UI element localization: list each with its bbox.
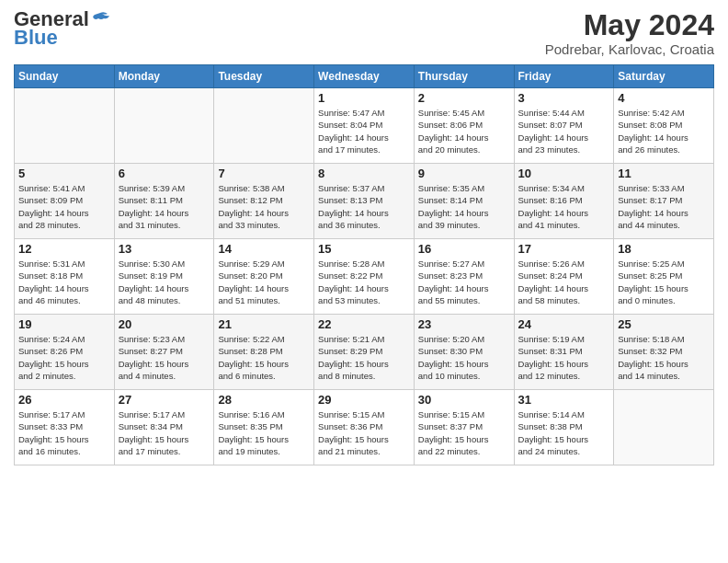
- title-block: May 2024 Podrebar, Karlovac, Croatia: [545, 9, 714, 57]
- day-info: Sunrise: 5:16 AM Sunset: 8:35 PM Dayligh…: [218, 408, 310, 457]
- calendar-cell: 24Sunrise: 5:19 AM Sunset: 8:31 PM Dayli…: [514, 315, 614, 390]
- day-info: Sunrise: 5:19 AM Sunset: 8:31 PM Dayligh…: [518, 333, 610, 382]
- col-saturday: Saturday: [614, 65, 714, 88]
- day-number: 27: [119, 393, 210, 407]
- day-info: Sunrise: 5:34 AM Sunset: 8:16 PM Dayligh…: [518, 182, 610, 231]
- col-tuesday: Tuesday: [214, 65, 314, 88]
- day-number: 5: [18, 167, 110, 180]
- logo-blue: Blue: [14, 28, 58, 48]
- day-number: 1: [318, 91, 410, 105]
- calendar-cell: [15, 88, 115, 164]
- day-info: Sunrise: 5:39 AM Sunset: 8:11 PM Dayligh…: [119, 182, 210, 231]
- calendar-cell: 14Sunrise: 5:29 AM Sunset: 8:20 PM Dayli…: [214, 239, 314, 315]
- day-number: 22: [318, 317, 410, 331]
- calendar-cell: 31Sunrise: 5:14 AM Sunset: 8:38 PM Dayli…: [514, 390, 614, 465]
- logo-bird-icon: [91, 11, 111, 26]
- day-number: 21: [218, 317, 310, 331]
- day-info: Sunrise: 5:25 AM Sunset: 8:25 PM Dayligh…: [618, 258, 710, 306]
- page-container: General Blue May 2024 Podrebar, Karlovac…: [0, 0, 728, 475]
- calendar-cell: 26Sunrise: 5:17 AM Sunset: 8:33 PM Dayli…: [15, 390, 115, 465]
- day-info: Sunrise: 5:47 AM Sunset: 8:04 PM Dayligh…: [318, 107, 410, 155]
- col-wednesday: Wednesday: [314, 65, 415, 88]
- col-sunday: Sunday: [15, 65, 115, 88]
- calendar-cell: 18Sunrise: 5:25 AM Sunset: 8:25 PM Dayli…: [614, 239, 714, 315]
- day-info: Sunrise: 5:24 AM Sunset: 8:26 PM Dayligh…: [18, 333, 110, 382]
- calendar-cell: 15Sunrise: 5:28 AM Sunset: 8:22 PM Dayli…: [314, 239, 415, 315]
- header: General Blue May 2024 Podrebar, Karlovac…: [14, 9, 714, 57]
- day-number: 7: [218, 167, 310, 180]
- calendar-cell: 20Sunrise: 5:23 AM Sunset: 8:27 PM Dayli…: [114, 315, 214, 390]
- calendar-cell: [614, 390, 714, 465]
- header-row: Sunday Monday Tuesday Wednesday Thursday…: [15, 65, 714, 88]
- day-info: Sunrise: 5:21 AM Sunset: 8:29 PM Dayligh…: [318, 333, 410, 382]
- calendar-cell: 28Sunrise: 5:16 AM Sunset: 8:35 PM Dayli…: [214, 390, 314, 465]
- day-info: Sunrise: 5:15 AM Sunset: 8:36 PM Dayligh…: [318, 408, 410, 457]
- day-number: 17: [518, 242, 610, 256]
- day-info: Sunrise: 5:18 AM Sunset: 8:32 PM Dayligh…: [618, 333, 710, 382]
- calendar-cell: 5Sunrise: 5:41 AM Sunset: 8:09 PM Daylig…: [15, 164, 115, 239]
- day-number: 16: [418, 242, 510, 256]
- day-info: Sunrise: 5:42 AM Sunset: 8:08 PM Dayligh…: [618, 107, 710, 155]
- calendar-cell: 21Sunrise: 5:22 AM Sunset: 8:28 PM Dayli…: [214, 315, 314, 390]
- calendar-cell: 30Sunrise: 5:15 AM Sunset: 8:37 PM Dayli…: [414, 390, 514, 465]
- day-number: 31: [518, 393, 610, 407]
- location: Podrebar, Karlovac, Croatia: [545, 41, 714, 57]
- day-number: 23: [418, 317, 510, 331]
- day-number: 29: [318, 393, 410, 407]
- day-info: Sunrise: 5:45 AM Sunset: 8:06 PM Dayligh…: [418, 107, 510, 155]
- calendar-cell: 9Sunrise: 5:35 AM Sunset: 8:14 PM Daylig…: [414, 164, 514, 239]
- day-info: Sunrise: 5:37 AM Sunset: 8:13 PM Dayligh…: [318, 182, 410, 231]
- calendar-cell: 22Sunrise: 5:21 AM Sunset: 8:29 PM Dayli…: [314, 315, 415, 390]
- calendar-cell: [214, 88, 314, 164]
- day-number: 12: [18, 242, 110, 256]
- calendar-cell: 4Sunrise: 5:42 AM Sunset: 8:08 PM Daylig…: [614, 88, 714, 164]
- day-number: 3: [518, 91, 610, 105]
- day-info: Sunrise: 5:14 AM Sunset: 8:38 PM Dayligh…: [518, 408, 610, 457]
- day-info: Sunrise: 5:38 AM Sunset: 8:12 PM Dayligh…: [218, 182, 310, 231]
- calendar-table: Sunday Monday Tuesday Wednesday Thursday…: [14, 64, 714, 465]
- day-number: 24: [518, 317, 610, 331]
- calendar-cell: 11Sunrise: 5:33 AM Sunset: 8:17 PM Dayli…: [614, 164, 714, 239]
- day-info: Sunrise: 5:17 AM Sunset: 8:34 PM Dayligh…: [119, 408, 210, 457]
- calendar-cell: 12Sunrise: 5:31 AM Sunset: 8:18 PM Dayli…: [15, 239, 115, 315]
- day-info: Sunrise: 5:22 AM Sunset: 8:28 PM Dayligh…: [218, 333, 310, 382]
- calendar-cell: [114, 88, 214, 164]
- day-info: Sunrise: 5:35 AM Sunset: 8:14 PM Dayligh…: [418, 182, 510, 231]
- day-number: 13: [119, 242, 210, 256]
- calendar-cell: 25Sunrise: 5:18 AM Sunset: 8:32 PM Dayli…: [614, 315, 714, 390]
- day-number: 19: [18, 317, 110, 331]
- day-number: 8: [318, 167, 410, 180]
- day-info: Sunrise: 5:33 AM Sunset: 8:17 PM Dayligh…: [618, 182, 710, 231]
- calendar-cell: 27Sunrise: 5:17 AM Sunset: 8:34 PM Dayli…: [114, 390, 214, 465]
- logo: General Blue: [14, 9, 111, 48]
- col-thursday: Thursday: [414, 65, 514, 88]
- calendar-week-2: 5Sunrise: 5:41 AM Sunset: 8:09 PM Daylig…: [15, 164, 714, 239]
- calendar-week-3: 12Sunrise: 5:31 AM Sunset: 8:18 PM Dayli…: [15, 239, 714, 315]
- calendar-week-5: 26Sunrise: 5:17 AM Sunset: 8:33 PM Dayli…: [15, 390, 714, 465]
- calendar-cell: 13Sunrise: 5:30 AM Sunset: 8:19 PM Dayli…: [114, 239, 214, 315]
- calendar-cell: 3Sunrise: 5:44 AM Sunset: 8:07 PM Daylig…: [514, 88, 614, 164]
- day-number: 9: [418, 167, 510, 180]
- day-number: 15: [318, 242, 410, 256]
- calendar-cell: 17Sunrise: 5:26 AM Sunset: 8:24 PM Dayli…: [514, 239, 614, 315]
- day-number: 18: [618, 242, 710, 256]
- day-number: 28: [218, 393, 310, 407]
- day-number: 25: [618, 317, 710, 331]
- day-info: Sunrise: 5:23 AM Sunset: 8:27 PM Dayligh…: [119, 333, 210, 382]
- calendar-cell: 2Sunrise: 5:45 AM Sunset: 8:06 PM Daylig…: [414, 88, 514, 164]
- calendar-cell: 29Sunrise: 5:15 AM Sunset: 8:36 PM Dayli…: [314, 390, 415, 465]
- col-friday: Friday: [514, 65, 614, 88]
- calendar-week-1: 1Sunrise: 5:47 AM Sunset: 8:04 PM Daylig…: [15, 88, 714, 164]
- day-number: 20: [119, 317, 210, 331]
- day-info: Sunrise: 5:44 AM Sunset: 8:07 PM Dayligh…: [518, 107, 610, 155]
- calendar-week-4: 19Sunrise: 5:24 AM Sunset: 8:26 PM Dayli…: [15, 315, 714, 390]
- day-info: Sunrise: 5:31 AM Sunset: 8:18 PM Dayligh…: [18, 258, 110, 306]
- day-number: 14: [218, 242, 310, 256]
- day-number: 4: [618, 91, 710, 105]
- calendar-cell: 1Sunrise: 5:47 AM Sunset: 8:04 PM Daylig…: [314, 88, 415, 164]
- day-info: Sunrise: 5:27 AM Sunset: 8:23 PM Dayligh…: [418, 258, 510, 306]
- day-info: Sunrise: 5:26 AM Sunset: 8:24 PM Dayligh…: [518, 258, 610, 306]
- day-number: 30: [418, 393, 510, 407]
- month-title: May 2024: [545, 9, 714, 41]
- day-info: Sunrise: 5:28 AM Sunset: 8:22 PM Dayligh…: [318, 258, 410, 306]
